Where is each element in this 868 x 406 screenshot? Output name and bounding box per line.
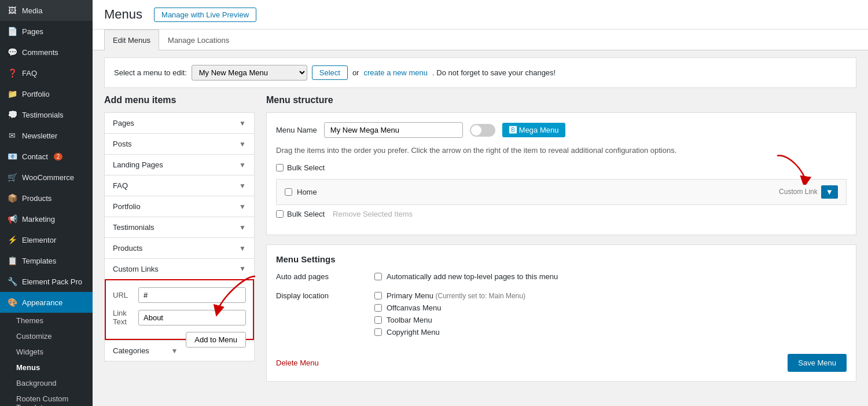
menu-dropdown[interactable]: My New Mega Menu	[192, 65, 307, 81]
tab-edit-menus[interactable]: Edit Menus	[104, 30, 159, 50]
add-menu-items-title: Add menu items	[104, 95, 255, 105]
accordion-header-testimonials[interactable]: Testimonials ▼	[105, 217, 254, 237]
sidebar-item-products[interactable]: 📦Products	[0, 188, 93, 209]
bulk-select-checkbox-top[interactable]	[276, 164, 284, 171]
sidebar-item-portfolio[interactable]: 📁Portfolio	[0, 83, 93, 104]
location-label-primary: Primary Menu (Currently set to: Main Men…	[387, 291, 525, 300]
sidebar-item-woocommerce[interactable]: 🛒WooCommerce	[0, 167, 93, 188]
location-label-copyright: Copyright Menu	[387, 328, 440, 336]
sidebar-sub-item-themes[interactable]: Themes	[0, 313, 93, 328]
sidebar-item-pages[interactable]: 📄Pages	[0, 21, 93, 42]
accordion-item-faq: FAQ ▼	[104, 175, 255, 196]
accordion-arrow-portfolio: ▼	[239, 203, 246, 211]
auto-add-checkbox[interactable]	[374, 273, 382, 280]
auto-add-label: Auto add pages	[276, 272, 363, 284]
menu-item-name: Home	[297, 188, 317, 196]
mega-menu-icon: 🅱	[509, 126, 517, 134]
sidebar-sub-item-rooten-custom-template[interactable]: Rooten Custom Template	[0, 391, 93, 406]
right-panel: Menu structure Menu Name My New Mega Men…	[266, 95, 856, 382]
accordion-arrow-categories: ▼	[171, 347, 178, 355]
custom-links-body: URL Link Text Add to Menu	[105, 279, 254, 340]
bottom-actions: Delete Menu Save Menu	[276, 347, 847, 372]
accordion-header-categories[interactable]: Categories ▼	[105, 341, 186, 361]
url-row: URL	[113, 287, 246, 303]
accordion-header-posts[interactable]: Posts ▼	[105, 134, 254, 154]
sidebar-item-testimonials[interactable]: 💭Testimonials	[0, 104, 93, 125]
accordion-label-products: Products	[113, 244, 142, 253]
create-new-menu-link[interactable]: create a new menu	[363, 68, 428, 77]
sidebar-item-comments[interactable]: 💬Comments	[0, 42, 93, 63]
sidebar-item-appearance[interactable]: 🎨Appearance	[0, 292, 93, 313]
save-menu-button[interactable]: Save Menu	[788, 354, 847, 372]
sidebar-label-faq: FAQ	[22, 69, 37, 78]
menu-name-row: Menu Name My New Mega Menu 🅱 Mega Menu	[276, 122, 847, 138]
remove-selected-button[interactable]: Remove Selected Items	[333, 210, 413, 218]
sidebar-label-newsletter: Newsletter	[22, 131, 57, 140]
menu-item-dropdown-button[interactable]: ▼	[821, 185, 838, 199]
mega-menu-toggle[interactable]	[470, 124, 495, 137]
sidebar-item-elementor[interactable]: ⚡Elementor	[0, 229, 93, 250]
menu-item-checkbox[interactable]	[285, 188, 292, 196]
link-text-input[interactable]	[138, 310, 246, 325]
location-row-offcanvas: Offcanvas Menu	[374, 303, 847, 312]
select-menu-label: Select a menu to edit:	[114, 68, 187, 77]
sidebar-item-contact[interactable]: 📧Contact2	[0, 146, 93, 167]
accordion-item-pages: Pages ▼	[104, 112, 255, 134]
sidebar-label-comments: Comments	[22, 48, 58, 57]
tab-manage-locations[interactable]: Manage Locations	[159, 30, 238, 50]
sidebar-item-marketing[interactable]: 📢Marketing	[0, 209, 93, 229]
dont-forget-text: . Do not forget to save your changes!	[432, 68, 556, 77]
accordion-label-custom-links: Custom Links	[113, 265, 159, 273]
elementor-icon: ⚡	[7, 235, 17, 245]
auto-add-content: Automatically add new top-level pages to…	[374, 272, 847, 284]
accordion-header-landing-pages[interactable]: Landing Pages ▼	[105, 155, 254, 175]
location-checkbox-copyright[interactable]	[374, 328, 382, 336]
accordion-header-products[interactable]: Products ▼	[105, 238, 254, 258]
sidebar-item-templates[interactable]: 📋Templates	[0, 250, 93, 271]
accordion-item-custom-links: Custom Links ▲ URL Link Text Add to Menu	[104, 258, 255, 341]
url-input[interactable]	[138, 287, 246, 303]
sidebar-label-testimonials: Testimonials	[22, 111, 64, 119]
menu-structure-box: Menu Name My New Mega Menu 🅱 Mega Menu D…	[266, 112, 856, 235]
accordion-arrow-testimonials: ▼	[239, 224, 246, 232]
bulk-select-checkbox-bottom[interactable]	[276, 210, 284, 218]
sidebar-sub-item-background[interactable]: Background	[0, 375, 93, 391]
location-checkbox-primary[interactable]	[374, 292, 382, 299]
auto-add-check-row: Automatically add new top-level pages to…	[374, 272, 847, 281]
sidebar-label-contact: Contact	[22, 152, 48, 161]
add-menu-items-panel: Add menu items Pages ▼ Posts ▼ Landing P…	[104, 95, 255, 382]
sidebar-item-newsletter[interactable]: ✉Newsletter	[0, 125, 93, 146]
badge-contact: 2	[54, 153, 63, 160]
sidebar-item-element-pack-pro[interactable]: 🔧Element Pack Pro	[0, 271, 93, 292]
marketing-icon: 📢	[7, 214, 17, 224]
live-preview-button[interactable]: Manage with Live Preview	[154, 8, 256, 22]
select-button[interactable]: Select	[312, 65, 348, 80]
sidebar-item-media[interactable]: 🖼Media	[0, 0, 93, 21]
accordion-header-faq[interactable]: FAQ ▼	[105, 175, 254, 196]
element-pack-pro-icon: 🔧	[7, 276, 17, 287]
add-to-menu-button[interactable]: Add to Menu	[186, 332, 246, 348]
mega-menu-button[interactable]: 🅱 Mega Menu	[502, 123, 566, 137]
location-checkbox-toolbar[interactable]	[374, 316, 382, 324]
accordion-arrow-custom-links: ▲	[239, 265, 246, 273]
menu-name-input[interactable]: My New Mega Menu	[324, 122, 463, 138]
select-menu-bar: Select a menu to edit: My New Mega Menu …	[104, 57, 856, 88]
or-text: or	[352, 68, 359, 77]
accordion-header-custom-links[interactable]: Custom Links ▲	[105, 259, 254, 279]
sidebar-sub-item-menus[interactable]: Menus	[0, 360, 93, 375]
accordion-container: Pages ▼ Posts ▼ Landing Pages ▼ FAQ ▼ Po…	[104, 112, 255, 361]
accordion-header-pages[interactable]: Pages ▼	[105, 113, 254, 133]
accordion-arrow-faq: ▼	[239, 182, 246, 190]
newsletter-icon: ✉	[7, 130, 17, 141]
accordion-header-portfolio[interactable]: Portfolio ▼	[105, 196, 254, 217]
display-location-label: Display location	[276, 291, 363, 340]
menu-item-row: Home Custom Link ▼	[276, 179, 847, 205]
woocommerce-icon: 🛒	[7, 172, 17, 182]
sidebar-sub-item-customize[interactable]: Customize	[0, 328, 93, 344]
sidebar-sub-item-widgets[interactable]: Widgets	[0, 344, 93, 360]
location-checkbox-offcanvas[interactable]	[374, 304, 382, 312]
portfolio-icon: 📁	[7, 89, 17, 99]
sidebar-item-faq[interactable]: ❓FAQ	[0, 63, 93, 83]
tabs-bar: Edit Menus Manage Locations	[93, 30, 868, 50]
delete-menu-button[interactable]: Delete Menu	[276, 359, 319, 367]
